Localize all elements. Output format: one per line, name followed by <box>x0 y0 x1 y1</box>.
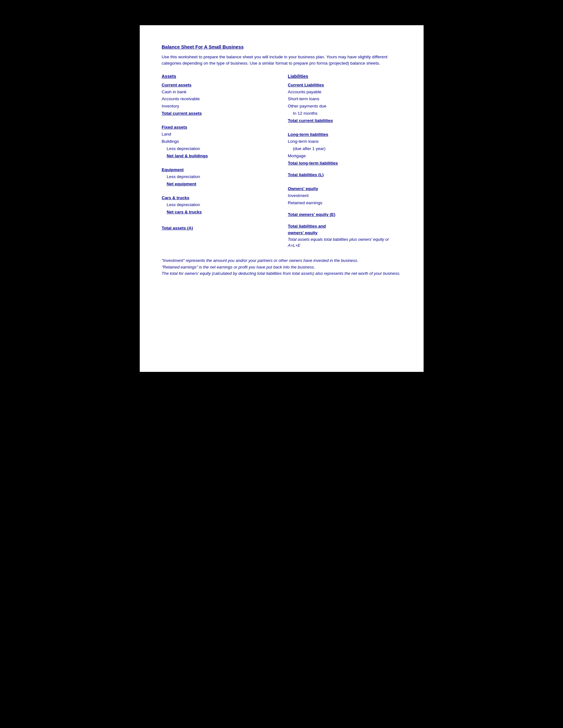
accounts-payable: Accounts payable <box>288 89 402 96</box>
due-after-1-year: (due after 1 year) <box>288 145 402 153</box>
page-container: Balance Sheet For A Small Business Use t… <box>140 25 424 372</box>
less-depreciation-land: Less depreciation <box>162 145 275 153</box>
page-title: Balance Sheet For A Small Business <box>162 44 402 49</box>
total-assets: Total assets (A) <box>162 225 275 232</box>
cars-trucks-header: Cars & trucks <box>162 195 275 200</box>
total-current-assets: Total current assets <box>162 110 275 117</box>
assets-header: Assets <box>162 74 275 79</box>
footnotes-section: "Investment" represents the amount you a… <box>162 257 402 277</box>
liabilities-header: Liabilities <box>288 74 402 79</box>
owners-equity-header: Owners' equity <box>288 186 402 191</box>
total-liab-equity-label2: owners' equity <box>288 229 402 236</box>
inventory: Inventory <box>162 103 275 110</box>
current-liabilities-header: Current Liabilities <box>288 83 402 87</box>
footnote-investment: "Investment" represents the amount you a… <box>162 257 402 264</box>
mortgage: Mortgage <box>288 153 402 160</box>
footnote-retained-earnings: "Retained earnings" is the net earnings … <box>162 264 402 271</box>
net-land-buildings: Net land & buildings <box>162 153 275 160</box>
liabilities-column: Liabilities Current Liabilities Accounts… <box>288 74 402 249</box>
intro-text: Use this worksheet to prepare the balanc… <box>162 54 402 67</box>
net-equipment: Net equipment <box>162 181 275 188</box>
total-current-liabilities: Total current liabilities <box>288 117 402 124</box>
investment: Investment <box>288 192 402 199</box>
total-liab-equity-label: Total liabilities and <box>288 223 402 230</box>
assets-column: Assets Current assets Cash in bank Accou… <box>162 74 275 249</box>
total-owners-equity: Total owners' equity (E) <box>288 211 402 218</box>
buildings: Buildings <box>162 138 275 145</box>
total-assets-note: Total assets equals total liabilities pl… <box>288 236 402 249</box>
fixed-assets-header: Fixed assets <box>162 125 275 130</box>
net-cars-trucks: Net cars & trucks <box>162 209 275 216</box>
equipment-header: Equipment <box>162 167 275 172</box>
long-term-loans: Long-term loans <box>288 138 402 145</box>
long-term-liabilities-header: Long-term liabilities <box>288 132 402 137</box>
other-payments-due: Other payments due <box>288 103 402 110</box>
current-assets-header: Current assets <box>162 83 275 87</box>
total-liabilities: Total liabilities (L) <box>288 171 402 179</box>
short-term-loans: Short-term loans <box>288 95 402 103</box>
in-12-months: In 12 months <box>288 110 402 117</box>
footnote-net-worth: The total for owners' equity (calculated… <box>162 270 402 277</box>
accounts-receivable: Accounts receivable <box>162 95 275 103</box>
total-long-term-liabilities: Total long-term liabilities <box>288 160 402 167</box>
less-depreciation-equipment: Less depreciation <box>162 173 275 181</box>
cash-in-bank: Cash in bank <box>162 89 275 96</box>
main-content: Assets Current assets Cash in bank Accou… <box>162 74 402 249</box>
retained-earnings: Retained earnings <box>288 199 402 207</box>
land: Land <box>162 131 275 138</box>
less-depreciation-cars: Less depreciation <box>162 201 275 209</box>
